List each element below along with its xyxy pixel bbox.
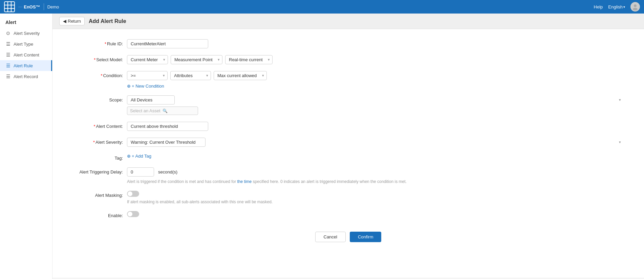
- return-button[interactable]: ◀ Return: [59, 17, 85, 25]
- model-select[interactable]: Current Meter: [127, 55, 168, 64]
- alert-content-label: *Alert Content:: [73, 122, 127, 129]
- enos-logo-text: EnOS™: [24, 4, 40, 9]
- tag-label: Tag:: [73, 154, 127, 161]
- enable-toggle[interactable]: [127, 211, 139, 217]
- alert-severity-select-wrapper: Warning: Current Over Threshold: [127, 138, 624, 147]
- avatar[interactable]: [630, 2, 640, 11]
- masking-slider: [127, 191, 139, 197]
- page-title: Add Alert Rule: [89, 18, 126, 24]
- add-tag-button[interactable]: ⊕ + Add Tag: [127, 154, 624, 159]
- form-area: *Rule ID: *Select Model: Current Meter: [52, 29, 644, 278]
- select-model-label: *Select Model:: [73, 55, 127, 62]
- condition-controls: >= > <= < = Attributes: [127, 71, 624, 89]
- alert-content-controls: [127, 122, 624, 131]
- sidebar-label-alert-content: Alert Content: [14, 52, 39, 57]
- sidebar-item-alert-severity[interactable]: ⊙ Alert Severity: [0, 28, 52, 39]
- alert-delay-input[interactable]: [127, 167, 154, 177]
- main-content: ◀ Return Add Alert Rule *Rule ID: *Selec…: [52, 14, 644, 279]
- select-model-controls: Current Meter Measurement Point Real-tim…: [127, 55, 624, 64]
- sidebar: Alert ⊙ Alert Severity ☰ Alert Type ☰ Al…: [0, 14, 52, 279]
- enable-row: Enable:: [73, 211, 624, 218]
- top-nav: ···· EnOS™ Demo Help English ▾: [0, 0, 644, 14]
- condition-row-inner: >= > <= < = Attributes: [127, 71, 624, 80]
- alert-severity-icon: ⊙: [5, 30, 11, 36]
- sidebar-label-alert-rule: Alert Rule: [14, 63, 33, 68]
- sidebar-section-title: Alert: [0, 16, 52, 28]
- asset-placeholder: Select an Asset: [130, 108, 160, 113]
- alert-masking-controls: If alert masking is enabled, all sub-ale…: [127, 191, 624, 204]
- plus-icon: ⊕: [127, 84, 131, 89]
- max-current-select-wrapper: Max current allowed: [214, 71, 267, 80]
- add-tag-label: + Add Tag: [132, 154, 151, 159]
- alert-masking-row: Alert Masking: If alert masking is enabl…: [73, 191, 624, 204]
- alert-content-input[interactable]: [127, 122, 208, 131]
- model-select-wrapper: Current Meter: [127, 55, 168, 64]
- realtime-select-wrapper: Real-time current: [225, 55, 273, 64]
- asset-select-input[interactable]: Select an Asset 🔍: [127, 107, 198, 115]
- form-footer: Cancel Confirm: [73, 232, 624, 242]
- alert-delay-row: Alert Triggering Delay: second(s) Alert …: [73, 167, 624, 184]
- sidebar-item-alert-record[interactable]: ☰ Alert Record: [0, 71, 52, 82]
- sidebar-label-alert-type: Alert Type: [14, 42, 33, 47]
- search-icon: 🔍: [163, 109, 168, 113]
- chevron-down-icon: ▾: [623, 5, 625, 9]
- enable-controls: [127, 211, 624, 217]
- sidebar-item-alert-rule[interactable]: ☰ Alert Rule: [0, 60, 52, 71]
- confirm-button[interactable]: Confirm: [350, 232, 382, 242]
- measurement-point-select[interactable]: Measurement Point: [171, 55, 222, 64]
- alert-content-icon: ☰: [5, 52, 11, 57]
- scope-select[interactable]: All Devices Selected Devices: [127, 95, 175, 104]
- scope-select-wrapper: All Devices Selected Devices: [127, 95, 624, 104]
- masking-hint: If alert masking is enabled, all sub-ale…: [127, 200, 624, 204]
- alert-severity-select[interactable]: Warning: Current Over Threshold: [127, 138, 206, 147]
- condition-select-wrapper: >= > <= < =: [127, 71, 168, 80]
- alert-content-row: *Alert Content:: [73, 122, 624, 131]
- alert-rule-icon: ☰: [5, 63, 11, 68]
- enable-slider: [127, 211, 139, 217]
- demo-label: Demo: [47, 4, 59, 9]
- attributes-select[interactable]: Attributes: [170, 71, 211, 80]
- new-condition-label: + New Condition: [132, 84, 164, 89]
- condition-row: *Condition: >= > <= < =: [73, 71, 624, 89]
- new-condition-link[interactable]: ⊕ + New Condition: [127, 84, 624, 89]
- help-link[interactable]: Help: [594, 4, 603, 9]
- max-current-select[interactable]: Max current allowed: [214, 71, 267, 80]
- select-model-row: *Select Model: Current Meter Measurement…: [73, 55, 624, 64]
- alert-type-icon: ☰: [5, 41, 11, 47]
- sidebar-item-alert-content[interactable]: ☰ Alert Content: [0, 49, 52, 60]
- return-label: Return: [68, 19, 81, 24]
- scope-row: Scope: All Devices Selected Devices Sele…: [73, 95, 624, 115]
- svg-point-0: [634, 4, 637, 7]
- app-logo[interactable]: [4, 1, 15, 12]
- delay-row-inner: second(s): [127, 167, 624, 177]
- sidebar-label-alert-severity: Alert Severity: [14, 31, 40, 36]
- cancel-button[interactable]: Cancel: [315, 232, 346, 242]
- page-header: ◀ Return Add Alert Rule: [52, 14, 644, 29]
- select-model-row-inner: Current Meter Measurement Point Real-tim…: [127, 55, 624, 64]
- alert-severity-form-label: *Alert Severity:: [73, 138, 127, 145]
- rule-id-controls: [127, 39, 624, 48]
- alert-record-icon: ☰: [5, 74, 11, 79]
- alert-masking-label: Alert Masking:: [73, 191, 127, 198]
- alert-delay-controls: second(s) Alert is triggered if the cond…: [127, 167, 624, 184]
- condition-label: *Condition:: [73, 71, 127, 78]
- attributes-select-wrapper: Attributes: [170, 71, 211, 80]
- scope-controls: All Devices Selected Devices Select an A…: [127, 95, 624, 115]
- alert-severity-row: *Alert Severity: Warning: Current Over T…: [73, 138, 624, 147]
- rule-id-label: *Rule ID:: [73, 39, 127, 46]
- condition-select[interactable]: >= > <= < =: [127, 71, 168, 80]
- seconds-label: second(s): [158, 169, 177, 175]
- alert-delay-label: Alert Triggering Delay:: [73, 167, 127, 175]
- svg-point-1: [633, 8, 638, 10]
- delay-hint: Alert is triggered if the condition is m…: [127, 179, 624, 184]
- masking-toggle[interactable]: [127, 191, 139, 197]
- scope-label: Scope:: [73, 95, 127, 102]
- realtime-select[interactable]: Real-time current: [225, 55, 273, 64]
- add-tag-plus-icon: ⊕: [127, 154, 131, 159]
- tag-row: Tag: ⊕ + Add Tag: [73, 154, 624, 161]
- language-selector[interactable]: English ▾: [608, 4, 625, 9]
- measurement-point-select-wrapper: Measurement Point: [171, 55, 222, 64]
- alert-severity-controls: Warning: Current Over Threshold: [127, 138, 624, 147]
- sidebar-item-alert-type[interactable]: ☰ Alert Type: [0, 39, 52, 49]
- rule-id-input[interactable]: [127, 39, 208, 48]
